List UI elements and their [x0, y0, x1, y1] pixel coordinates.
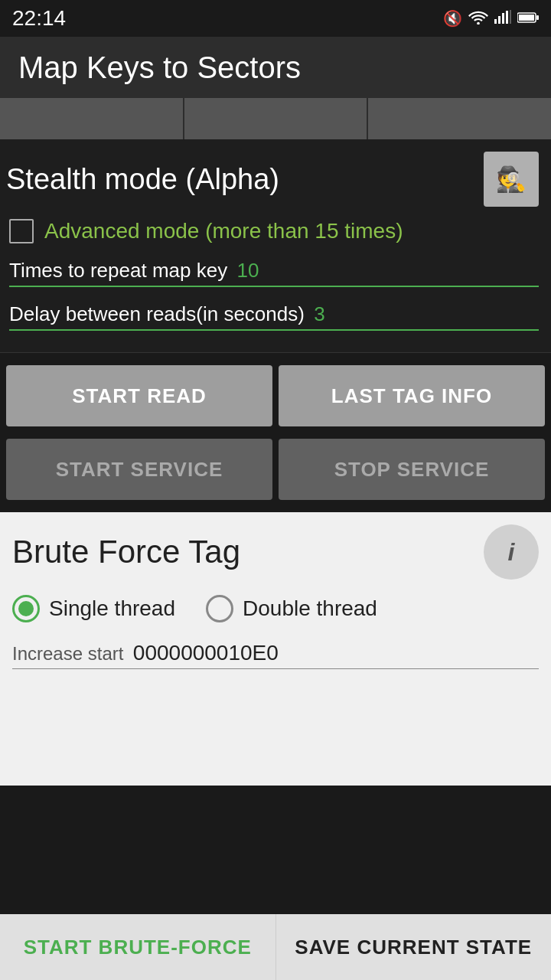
svg-rect-4	[506, 11, 508, 24]
start-service-button[interactable]: START SERVICE	[6, 439, 272, 500]
stop-service-button[interactable]: STOP SERVICE	[279, 439, 545, 500]
status-icons: 🔇	[443, 9, 539, 28]
tab-item-3[interactable]	[368, 98, 551, 139]
times-repeat-row: Times to repeat map key 10	[6, 259, 539, 287]
delay-label: Delay between reads(in seconds)	[9, 302, 305, 325]
info-icon: i	[508, 538, 515, 567]
increase-value[interactable]: 0000000010E0	[133, 641, 279, 665]
info-button[interactable]: i	[484, 524, 539, 580]
service-buttons-row: START SERVICE STOP SERVICE	[0, 439, 551, 512]
page-title: Map Keys to Sectors	[18, 51, 301, 85]
content-spacer	[0, 694, 551, 786]
advanced-mode-row[interactable]: Advanced mode (more than 15 times)	[9, 219, 539, 243]
svg-rect-3	[502, 13, 504, 24]
stealth-header: Stealth mode (Alpha) 🕵️	[6, 152, 539, 207]
single-thread-radio[interactable]	[12, 595, 40, 622]
brute-force-title: Brute Force Tag	[12, 534, 240, 570]
tab-item-2[interactable]	[184, 98, 369, 139]
radio-inner-dot	[18, 601, 34, 616]
delay-row: Delay between reads(in seconds) 3	[6, 302, 539, 331]
double-thread-radio[interactable]	[206, 595, 233, 622]
save-current-state-button[interactable]: SAVE CURRENT STATE	[276, 914, 552, 980]
action-buttons-row: START READ LAST TAG INFO	[0, 359, 551, 433]
brute-force-section: Brute Force Tag i Single thread Double t…	[0, 512, 551, 694]
increase-underline	[12, 668, 539, 669]
spy-icon-button[interactable]: 🕵️	[484, 152, 539, 207]
advanced-mode-label: Advanced mode (more than 15 times)	[44, 219, 403, 243]
times-repeat-label: Times to repeat map key	[9, 259, 227, 282]
start-brute-force-button[interactable]: START BRUTE-FORCE	[0, 914, 276, 980]
times-repeat-value[interactable]: 10	[237, 259, 259, 282]
delay-value[interactable]: 3	[314, 302, 324, 325]
signal-icon	[494, 10, 511, 28]
advanced-mode-checkbox[interactable]	[9, 219, 34, 243]
battery-icon	[517, 10, 539, 28]
wifi-icon	[468, 9, 488, 28]
svg-rect-5	[510, 10, 511, 24]
double-thread-label: Double thread	[243, 596, 377, 621]
thread-radio-row: Single thread Double thread	[12, 595, 539, 622]
double-thread-option[interactable]: Double thread	[206, 595, 377, 622]
svg-rect-7	[536, 15, 539, 20]
stealth-title: Stealth mode (Alpha)	[6, 163, 279, 196]
stealth-section: Stealth mode (Alpha) 🕵️ Advanced mode (m…	[0, 139, 551, 353]
last-tag-info-button[interactable]: LAST TAG INFO	[279, 365, 545, 426]
increase-label: Increase start	[12, 643, 123, 664]
spy-icon: 🕵️	[496, 165, 527, 194]
svg-point-0	[477, 21, 480, 24]
single-thread-option[interactable]: Single thread	[12, 595, 175, 622]
title-bar: Map Keys to Sectors	[0, 37, 551, 98]
svg-rect-8	[519, 15, 534, 21]
status-bar: 22:14 🔇	[0, 0, 551, 37]
svg-rect-1	[494, 19, 497, 24]
times-underline	[9, 286, 539, 287]
delay-underline	[9, 329, 539, 331]
tab-strip	[0, 98, 551, 139]
tab-item-1[interactable]	[0, 98, 184, 139]
single-thread-label: Single thread	[49, 596, 175, 621]
volume-off-icon: 🔇	[443, 9, 462, 28]
svg-rect-2	[498, 16, 500, 24]
start-read-button[interactable]: START READ	[6, 365, 272, 426]
status-time: 22:14	[12, 6, 66, 31]
brute-force-header: Brute Force Tag i	[12, 524, 539, 580]
increase-start-row: Increase start 0000000010E0	[12, 641, 539, 669]
bottom-action-buttons: START BRUTE-FORCE SAVE CURRENT STATE	[0, 914, 551, 980]
